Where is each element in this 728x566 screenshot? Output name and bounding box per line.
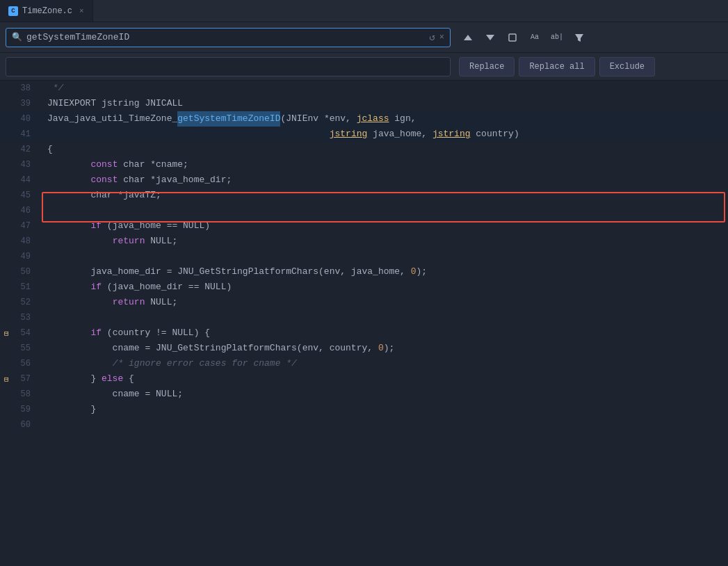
exclude-button[interactable]: Exclude [599, 57, 655, 76]
replace-button[interactable]: Replace [459, 57, 515, 76]
code-token: (country != NULL) { [102, 325, 210, 341]
line-number: 51 [0, 280, 42, 295]
line-content: if (country != NULL) { [42, 325, 728, 341]
replace-buttons: Replace Replace all Exclude [459, 57, 655, 76]
line-content: Java_java_util_TimeZone_getSystemTimeZon… [42, 111, 728, 127]
navigate-down-button[interactable] [481, 29, 499, 47]
line-content [42, 249, 728, 264]
code-token: if [90, 280, 102, 295]
line-number: 54⊟ [0, 325, 42, 341]
line-content: cname = JNU_GetStringPlatformChars(env, … [42, 341, 728, 356]
code-token: country) [471, 127, 519, 142]
table-row: 44 const char *java_home_dir; [0, 172, 728, 188]
line-content: { [42, 142, 728, 157]
table-row: 47 if (java_home == NULL) [0, 218, 728, 234]
tab-bar: C TimeZone.c × [0, 0, 728, 22]
table-row: 38 */ [0, 81, 728, 96]
code-token: (java_home_dir == NULL) [102, 280, 232, 295]
file-type-icon: C [8, 6, 18, 16]
search-toolbar: 🔍 ↺ × Aa ab| [0, 22, 728, 53]
whole-word-button[interactable]: ab| [548, 29, 566, 47]
code-token: 0 [411, 264, 416, 280]
line-number: 45 [0, 188, 42, 203]
line-number: 49 [0, 249, 42, 264]
code-token: 0 [378, 341, 384, 356]
code-token: JNIEXPORT jstring JNICALL [47, 96, 183, 111]
table-row: 59 } [0, 402, 728, 417]
svg-rect-2 [509, 34, 516, 41]
line-number: 52 [0, 295, 42, 310]
line-number: 59 [0, 402, 42, 417]
code-token: char *cname; [118, 157, 188, 172]
line-content: } else { [42, 371, 728, 387]
table-row: 58 cname = NULL; [0, 387, 728, 402]
code-token: Java_java_util_TimeZone_ [47, 111, 177, 127]
svg-marker-0 [464, 35, 472, 40]
line-content [42, 417, 728, 432]
code-token: ); [384, 341, 395, 356]
code-token: { [47, 142, 53, 157]
line-content: return NULL; [42, 295, 728, 310]
refresh-icon[interactable]: ↺ [429, 31, 435, 43]
table-row: 60 [0, 417, 728, 432]
table-row: 50 java_home_dir = JNU_GetStringPlatform… [0, 264, 728, 280]
code-token [47, 172, 90, 188]
table-row: 43 const char *cname; [0, 157, 728, 172]
table-row: 51 if (java_home_dir == NULL) [0, 280, 728, 295]
code-token: jclass [357, 111, 389, 127]
table-row: 49 [0, 249, 728, 264]
svg-marker-3 [575, 34, 583, 42]
line-number: 43 [0, 157, 42, 172]
line-number: 47 [0, 218, 42, 234]
code-token: /* ignore error cases for cname */ [113, 356, 297, 371]
table-row: 53 [0, 310, 728, 325]
navigate-up-button[interactable] [459, 29, 477, 47]
code-token [47, 325, 90, 341]
line-content [42, 203, 728, 218]
table-row: 40Java_java_util_TimeZone_getSystemTimeZ… [0, 111, 728, 127]
line-number: 41 [0, 127, 42, 142]
code-token: return [113, 234, 145, 249]
table-row: 45 char *javaTZ; [0, 188, 728, 203]
line-number: 58 [0, 387, 42, 402]
code-token [47, 127, 330, 142]
replace-all-button[interactable]: Replace all [519, 57, 594, 76]
line-number: 44 [0, 172, 42, 188]
gutter-fold-icon[interactable]: ⊟ [4, 329, 9, 338]
line-content: } [42, 402, 728, 417]
line-number: 48 [0, 234, 42, 249]
code-token: else [102, 371, 123, 387]
search-input[interactable] [26, 32, 425, 42]
toggle-replace-button[interactable] [503, 29, 521, 47]
line-number: 46 [0, 203, 42, 218]
line-number: 53 [0, 310, 42, 325]
line-content: char *javaTZ; [42, 188, 728, 203]
match-case-button[interactable]: Aa [526, 29, 544, 47]
replace-toolbar: Replace Replace all Exclude [0, 53, 728, 81]
code-token [47, 295, 113, 310]
replace-input[interactable] [12, 61, 444, 72]
table-row: 56 /* ignore error cases for cname */ [0, 356, 728, 371]
table-row: 57⊟ } else { [0, 371, 728, 387]
table-row: 48 return NULL; [0, 234, 728, 249]
line-number: 40 [0, 111, 42, 127]
line-content: const char *cname; [42, 157, 728, 172]
search-input-container: 🔍 ↺ × [6, 28, 451, 47]
gutter-fold-icon[interactable]: ⊟ [4, 375, 9, 384]
code-token: } [47, 402, 96, 417]
line-content [42, 310, 728, 325]
code-token: char *javaTZ; [47, 188, 161, 203]
line-number: 55 [0, 341, 42, 356]
tab-timezone[interactable]: C TimeZone.c × [0, 0, 93, 22]
search-clear-button[interactable]: × [439, 33, 444, 42]
code-token: jstring [330, 127, 368, 142]
filter-button[interactable] [570, 29, 588, 47]
table-row: 39JNIEXPORT jstring JNICALL [0, 96, 728, 111]
code-token: ign, [389, 111, 416, 127]
line-content: return NULL; [42, 234, 728, 249]
tab-close-button[interactable]: × [79, 7, 84, 15]
line-content: cname = NULL; [42, 387, 728, 402]
line-content: java_home_dir = JNU_GetStringPlatformCha… [42, 264, 728, 280]
replace-input-container [6, 57, 451, 76]
code-token: char *java_home_dir; [118, 172, 232, 188]
